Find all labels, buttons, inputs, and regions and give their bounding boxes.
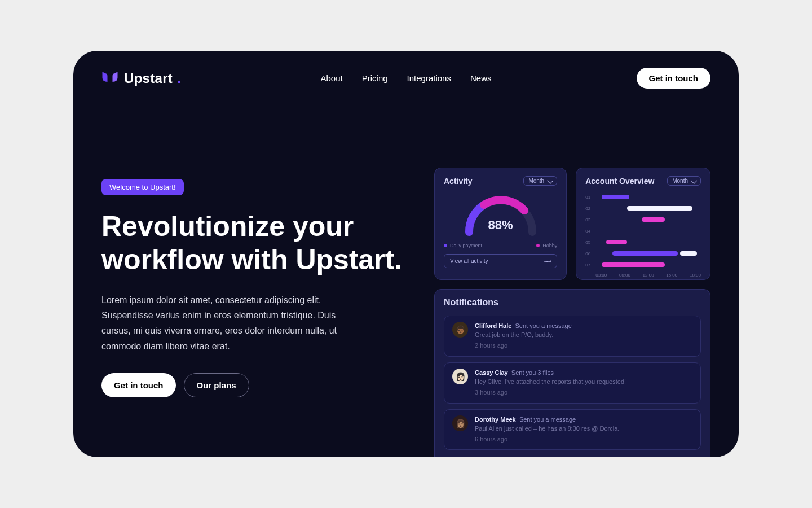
- notification-item[interactable]: 👩🏽 Dorothy Meek Sent you a message Paul …: [444, 409, 701, 450]
- hero-secondary-button[interactable]: Our plans: [184, 373, 249, 397]
- activity-percent: 88%: [461, 218, 540, 233]
- dashboard-preview: Activity Month: [417, 128, 710, 457]
- chevron-down-icon: [547, 177, 553, 183]
- nav-news[interactable]: News: [470, 73, 492, 83]
- brand-logo[interactable]: Upstart.: [102, 71, 181, 86]
- notifications-title: Notifications: [444, 297, 701, 308]
- arrow-right-icon: ——›: [544, 258, 551, 264]
- notification-item[interactable]: 👩🏻 Cassy Clay Sent you 3 files Hey Clive…: [444, 362, 701, 404]
- nav-about[interactable]: About: [321, 73, 343, 83]
- activity-panel: Activity Month: [434, 168, 567, 280]
- logo-icon: [102, 71, 118, 86]
- hero-subtext: Lorem ipsum dolor sit amet, consectetur …: [102, 292, 367, 354]
- notification-item[interactable]: 👨🏾 Clifford Hale Sent you a message Grea…: [444, 316, 701, 357]
- brand-dot: .: [177, 71, 181, 86]
- activity-title: Activity: [444, 177, 473, 186]
- activity-period-dropdown[interactable]: Month: [523, 176, 557, 186]
- overview-timeline: 01 02 03 04 05 06 07 03:00 06:00 12:00 1…: [585, 192, 701, 271]
- hero-primary-button[interactable]: Get in touch: [102, 373, 176, 397]
- brand-name: Upstart: [124, 71, 173, 86]
- header-cta-button[interactable]: Get in touch: [637, 68, 711, 89]
- nav-integrations[interactable]: Integrations: [407, 73, 451, 83]
- overview-period-dropdown[interactable]: Month: [667, 176, 701, 186]
- overview-title: Account Overview: [585, 177, 654, 186]
- main-nav: About Pricing Integrations News: [321, 73, 492, 83]
- avatar: 👩🏻: [452, 369, 468, 384]
- avatar: 👩🏽: [452, 415, 468, 431]
- welcome-badge: Welcome to Upstart!: [102, 179, 184, 195]
- nav-pricing[interactable]: Pricing: [362, 73, 388, 83]
- legend-hobby: Hobby: [542, 243, 557, 248]
- notifications-panel: Notifications 👨🏾 Clifford Hale Sent you …: [434, 289, 710, 457]
- chevron-down-icon: [691, 177, 697, 183]
- avatar: 👨🏾: [452, 322, 468, 338]
- overview-panel: Account Overview Month 01 02 03 04 05 06: [576, 168, 710, 280]
- hero-headline: Revolutionize your workflow with Upstart…: [102, 210, 417, 277]
- activity-gauge: 88%: [461, 192, 540, 235]
